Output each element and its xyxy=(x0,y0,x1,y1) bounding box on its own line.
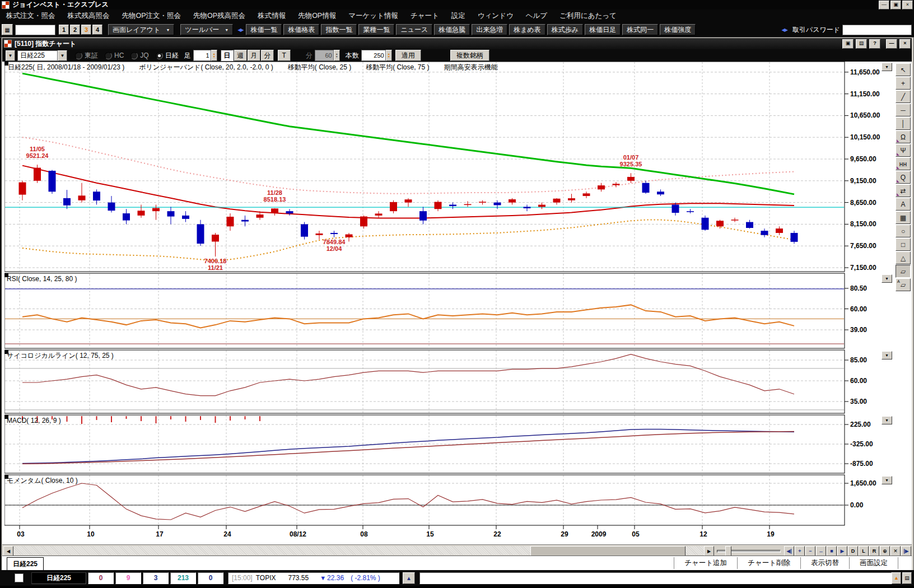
menu-item[interactable]: 先物OP残高照会 xyxy=(187,11,251,21)
vertical-line-tool-icon[interactable]: │ xyxy=(896,117,911,130)
chart-window-titlebar[interactable]: [5110] 指数チャート ▣ ▤ ? — × xyxy=(2,38,912,49)
bar-spinner[interactable]: ▲▼ xyxy=(211,50,217,61)
bar-count-input[interactable] xyxy=(361,50,386,61)
ellipse-tool-icon[interactable]: ○ xyxy=(896,225,911,237)
high-low-tool-icon[interactable]: ʜʜ xyxy=(896,157,911,170)
nav-stop-icon[interactable]: ■ xyxy=(827,546,837,556)
menu-item[interactable]: ヘルプ xyxy=(520,11,553,21)
screen-layout-button[interactable]: 画面レイアウト ▼ xyxy=(108,24,174,35)
window-switch-icon[interactable]: ▦ xyxy=(2,24,13,35)
cascade-icon[interactable]: ▤ xyxy=(856,39,867,49)
toolbar-menu-button[interactable]: ツールバー ▼ xyxy=(180,24,233,35)
fan-line-tool-icon[interactable]: Ψ xyxy=(896,144,911,157)
trendline-tool-icon[interactable]: ╱ xyxy=(896,90,911,103)
footer-button[interactable]: チャート追加 xyxy=(674,557,737,569)
symbol-history-icon[interactable]: ▼ xyxy=(6,50,15,61)
window-close-icon[interactable]: × xyxy=(899,39,911,49)
market-radio-日経[interactable]: 日経 xyxy=(156,51,179,60)
toolbar-button[interactable]: 株価格表 xyxy=(283,24,319,35)
period-button-月[interactable]: 月 xyxy=(248,50,260,61)
nav-zoom-in-icon[interactable]: + xyxy=(795,546,805,556)
market-radio-HC[interactable]: HC xyxy=(105,51,124,60)
nav-play-icon[interactable]: ▶ xyxy=(837,546,847,556)
menu-item[interactable]: 先物OP注文・照会 xyxy=(116,11,188,21)
window-minimize-icon[interactable]: — xyxy=(886,39,897,49)
eraser-tool-icon[interactable]: ▱ xyxy=(896,265,911,278)
menu-item[interactable]: 設定 xyxy=(445,11,472,21)
symbol-select-arrow-icon[interactable]: ▼ xyxy=(58,50,67,61)
nav-last-icon[interactable]: |▶ xyxy=(901,546,911,556)
toolbar-button[interactable]: 株価急騰 xyxy=(434,24,470,35)
menu-item[interactable]: 株式残高照会 xyxy=(62,11,116,21)
help-icon[interactable]: ? xyxy=(869,39,880,49)
new-window-icon[interactable]: ▣ xyxy=(842,39,854,49)
nav-d-icon[interactable]: D xyxy=(848,546,858,556)
revert-tool-icon[interactable]: ⇄ xyxy=(896,184,911,197)
menu-item[interactable]: チャート xyxy=(404,11,445,21)
minimize-icon[interactable]: — xyxy=(879,1,889,10)
period-button-週[interactable]: 週 xyxy=(234,50,247,61)
quote-list-tool-icon[interactable]: Q xyxy=(896,171,911,184)
nav-magnify-icon[interactable]: ⊕ xyxy=(880,546,890,556)
footer-button[interactable]: 画面設定 xyxy=(849,557,898,569)
layout-number-button[interactable]: 4 xyxy=(92,25,102,35)
period-button-分[interactable]: 分 xyxy=(261,50,274,61)
close-icon[interactable]: × xyxy=(902,1,913,10)
footer-button[interactable]: チャート削除 xyxy=(737,557,800,569)
panel-menu-icon[interactable]: ▼ xyxy=(882,476,892,484)
footer-button[interactable]: 表示切替 xyxy=(800,557,849,569)
alert-tool-icon[interactable]: Ω xyxy=(896,130,911,143)
panel-menu-icon[interactable]: ▼ xyxy=(882,63,892,71)
toolbar-button[interactable]: 株式歩み xyxy=(547,24,583,35)
period-button-日[interactable]: 日 xyxy=(221,50,234,61)
corner-panel-icon[interactable]: ▤ xyxy=(902,572,912,584)
toolbar-button[interactable]: 株式同一 xyxy=(622,24,658,35)
symbol-select[interactable]: 日経225 xyxy=(17,50,58,61)
market-radio-東証[interactable]: 東証 xyxy=(75,51,98,60)
nav-zoom-out-icon[interactable]: − xyxy=(805,546,815,556)
status-checkbox[interactable] xyxy=(15,573,24,582)
scroll-left-icon[interactable]: ◀ xyxy=(3,546,13,556)
menu-item[interactable]: 株式情報 xyxy=(251,11,292,21)
grid-tool-icon[interactable]: ▦ xyxy=(896,211,911,224)
trade-password-input[interactable] xyxy=(842,25,912,35)
quote-scroll-up-icon[interactable]: ▲ xyxy=(403,572,415,584)
triangle-tool-icon[interactable]: △ xyxy=(896,251,911,264)
bar-interval-input[interactable] xyxy=(193,50,211,61)
menu-item[interactable]: 株式注文・照会 xyxy=(0,11,62,21)
tick-button[interactable]: T xyxy=(278,50,291,61)
layout-number-button[interactable]: 1 xyxy=(59,25,69,35)
nav-l-icon[interactable]: L xyxy=(859,546,869,556)
toolbar-button[interactable]: ニュース xyxy=(396,24,432,35)
select-tool-icon[interactable]: ↖ xyxy=(896,63,911,76)
menu-item[interactable]: ご利用にあたって xyxy=(553,11,623,21)
scrollbar-thumb[interactable] xyxy=(530,546,686,556)
toolbar-button[interactable]: 業種一覧 xyxy=(358,24,394,35)
restore-icon[interactable]: ▣ xyxy=(890,1,901,10)
apply-button[interactable]: 適用 xyxy=(395,50,421,61)
panel-menu-icon[interactable]: ▼ xyxy=(882,274,892,283)
layout-number-button[interactable]: 2 xyxy=(70,25,80,35)
panel-menu-icon[interactable]: ▼ xyxy=(882,416,892,424)
erase-all-tool-icon[interactable]: ▱A xyxy=(896,278,911,291)
toolbar-collapse-icon[interactable]: ◀▶ xyxy=(237,27,243,32)
toolbar-button[interactable]: 株価一覧 xyxy=(246,24,282,35)
panel-menu-icon[interactable]: ▼ xyxy=(882,351,892,360)
corner-up-icon[interactable]: ▲ xyxy=(892,572,901,584)
symbol-code-input[interactable] xyxy=(15,25,55,35)
market-radio-JQ[interactable]: JQ xyxy=(130,51,148,60)
text-tool-icon[interactable]: A xyxy=(896,198,911,211)
toolbar-button[interactable]: 出来急増 xyxy=(472,24,507,35)
scroll-right-icon[interactable]: ▶ xyxy=(704,546,714,556)
toolbar-button[interactable]: 株価日足 xyxy=(585,24,621,35)
nav-first-icon[interactable]: ◀| xyxy=(784,546,794,556)
nav-fit-icon[interactable]: ↔ xyxy=(816,546,826,556)
toolbar-button[interactable]: 株まめ表 xyxy=(509,24,545,35)
rectangle-tool-icon[interactable]: □ xyxy=(896,238,911,251)
chart-canvas[interactable]: 11,650.0011,150.0010,650.0010,150.009,65… xyxy=(4,62,892,540)
menu-item[interactable]: 先物OP情報 xyxy=(292,11,342,21)
bar-count-spinner[interactable]: ▲▼ xyxy=(386,50,392,61)
password-collapse-icon[interactable]: ◀▶ xyxy=(782,27,787,32)
horizontal-line-tool-icon[interactable]: ─ xyxy=(896,104,911,116)
layout-number-button[interactable]: 3 xyxy=(81,25,91,35)
